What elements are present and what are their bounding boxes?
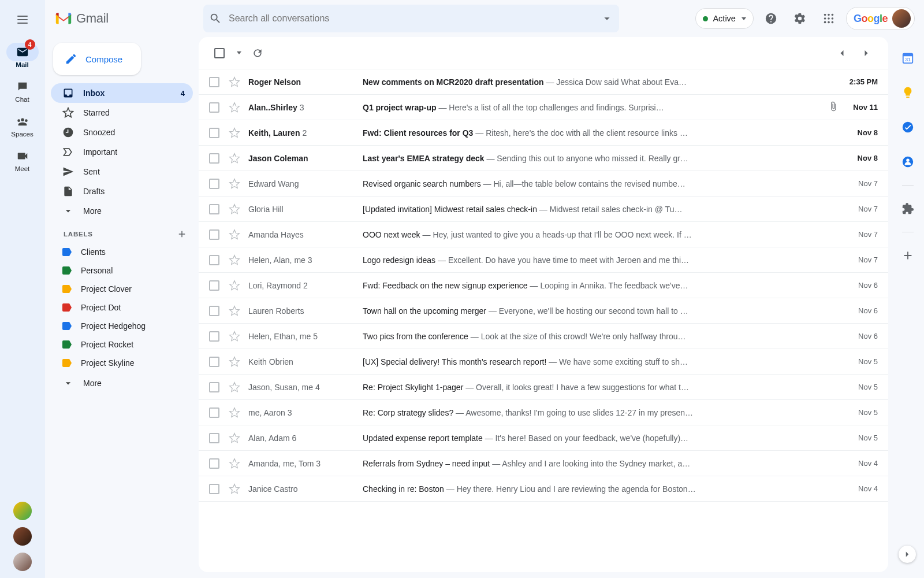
row-checkbox[interactable] [209,433,219,443]
compose-button[interactable]: Compose [53,43,141,75]
search-bar[interactable] [203,5,619,32]
nav-important[interactable]: Important [51,142,193,162]
row-star[interactable] [229,102,240,113]
row-checkbox[interactable] [209,77,219,87]
row-checkbox[interactable] [209,382,219,392]
mail-row[interactable]: me, Aaron3 Re: Corp strategy slides? — A… [199,400,888,425]
addons-button[interactable] [896,197,919,220]
row-star[interactable] [229,432,240,444]
row-checkbox[interactable] [209,407,219,418]
row-star[interactable] [229,458,240,469]
labels-more[interactable]: More [51,373,193,393]
add-label-button[interactable] [177,229,187,239]
mail-row[interactable]: Helen, Alan, me3 Logo redesign ideas — E… [199,247,888,273]
row-star[interactable] [229,305,240,317]
nav-snoozed[interactable]: Snoozed [51,123,193,142]
keep-addon[interactable] [896,81,919,104]
row-star[interactable] [229,381,240,393]
row-star[interactable] [229,280,240,291]
status-chip[interactable]: Active [695,8,754,29]
row-star[interactable] [229,331,240,342]
row-checkbox[interactable] [209,128,219,138]
label-item[interactable]: Project Skyline [51,354,193,372]
row-date: Nov 5 [843,383,878,391]
main-menu-button[interactable] [9,6,36,34]
row-star[interactable] [229,153,240,164]
mail-row[interactable]: Alan, Adam6 Updated expense report templ… [199,425,888,451]
search-input[interactable] [229,13,594,24]
row-star[interactable] [229,178,240,190]
mail-row[interactable]: Amanda Hayes OOO next week — Hey, just w… [199,222,888,247]
row-star[interactable] [229,229,240,240]
row-star[interactable] [229,356,240,368]
label-item[interactable]: Project Clover [51,280,193,298]
row-checkbox[interactable] [209,179,219,189]
nav-inbox[interactable]: Inbox 4 [51,83,193,103]
row-checkbox[interactable] [209,153,219,164]
row-checkbox[interactable] [209,484,219,494]
row-star[interactable] [229,203,240,215]
row-checkbox[interactable] [209,331,219,342]
row-star[interactable] [229,76,240,88]
label-item[interactable]: Project Rocket [51,335,193,354]
next-page-button[interactable] [855,42,878,65]
nav-drafts[interactable]: Drafts [51,181,193,201]
rail-avatar-1[interactable] [13,502,32,520]
select-all-checkbox[interactable] [209,43,230,64]
apps-button[interactable] [817,7,840,30]
row-checkbox[interactable] [209,280,219,291]
account-chip[interactable]: Google [846,7,915,30]
row-star[interactable] [229,127,240,139]
nav-starred[interactable]: Starred [51,103,193,123]
label-item[interactable]: Clients [51,243,193,261]
label-item[interactable]: Project Hedgehog [51,317,193,335]
mail-row[interactable]: Jason, Susan, me4 Re: Project Skylight 1… [199,375,888,400]
calendar-addon[interactable]: 31 [896,46,919,69]
row-star[interactable] [229,483,240,495]
settings-button[interactable] [788,7,811,30]
mail-row[interactable]: Helen, Ethan, me5 Two pics from the conf… [199,324,888,349]
select-dropdown[interactable] [237,51,241,54]
support-button[interactable] [759,7,783,30]
rail-avatar-3[interactable] [13,553,32,571]
thread-count: 3 [308,255,312,265]
row-checkbox[interactable] [209,229,219,240]
mail-row[interactable]: Roger Nelson New comments on MCR2020 dra… [199,69,888,95]
row-star[interactable] [229,407,240,418]
nav-sent[interactable]: Sent [51,162,193,181]
mail-row[interactable]: Keith, Lauren2 Fwd: Client resources for… [199,120,888,146]
rail-chat[interactable]: Chat [6,77,39,103]
mail-row[interactable]: Alan..Shirley3 Q1 project wrap-up — Here… [199,95,888,120]
search-options-icon[interactable] [601,12,613,25]
mail-row[interactable]: Amanda, me, Tom3 Referrals from Sydney –… [199,451,888,476]
row-checkbox[interactable] [209,102,219,113]
refresh-button[interactable] [247,43,268,64]
nav-more[interactable]: More [51,201,193,221]
row-checkbox[interactable] [209,255,219,265]
tasks-addon[interactable] [896,116,919,139]
label-item[interactable]: Project Dot [51,298,193,317]
rail-spaces[interactable]: Spaces [6,112,39,138]
rail-mail[interactable]: 4 Mail [6,43,39,68]
mail-row[interactable]: Lauren Roberts Town hall on the upcoming… [199,298,888,324]
row-star[interactable] [229,254,240,266]
row-checkbox[interactable] [209,204,219,214]
mail-row[interactable]: Jason Coleman Last year's EMEA strategy … [199,146,888,171]
rail-meet[interactable]: Meet [6,147,39,172]
row-checkbox[interactable] [209,458,219,469]
get-addons-button[interactable] [896,244,919,267]
show-side-panel-button[interactable] [899,546,916,563]
rail-avatar-2[interactable] [13,527,32,546]
mail-row[interactable]: Lori, Raymond2 Fwd: Feedback on the new … [199,273,888,298]
logo-area[interactable]: Gmail [51,11,199,26]
row-checkbox[interactable] [209,306,219,316]
mail-row[interactable]: Edward Wang Revised organic search numbe… [199,171,888,197]
prev-page-button[interactable] [830,42,854,65]
row-checkbox[interactable] [209,357,219,367]
mail-row[interactable]: Keith Obrien [UX] Special delivery! This… [199,349,888,375]
label-name: Clients [81,247,106,257]
mail-row[interactable]: Gloria Hill [Updated invitation] Midwest… [199,197,888,222]
contacts-addon[interactable] [896,150,919,173]
mail-row[interactable]: Janice Castro Checking in re: Boston — H… [199,476,888,502]
label-item[interactable]: Personal [51,261,193,280]
